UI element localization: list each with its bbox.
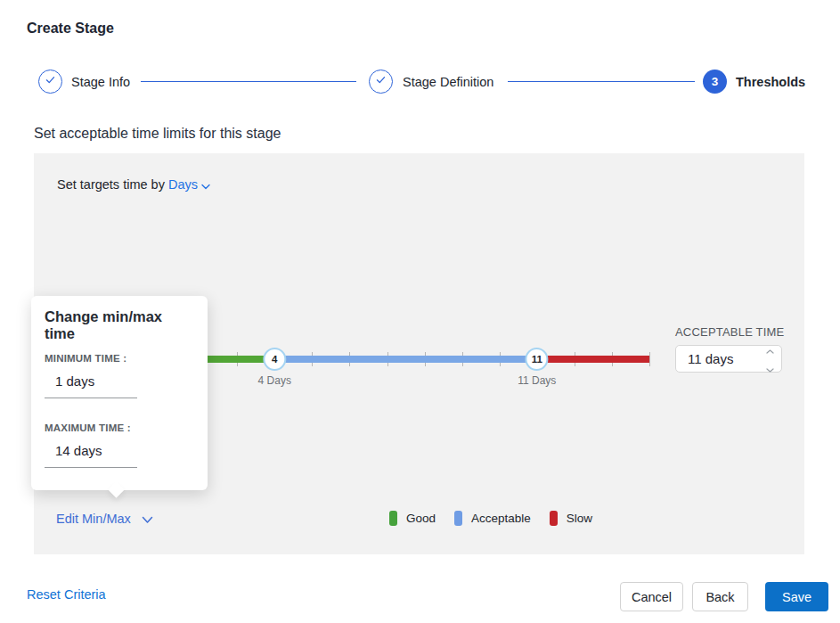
acceptable-time-label: ACCEPTABLE TIME xyxy=(675,325,784,339)
step-connector xyxy=(508,81,695,82)
slider-tick xyxy=(649,352,650,366)
legend-item-acceptable: Acceptable xyxy=(454,511,531,526)
legend-label: Good xyxy=(406,512,436,525)
legend-item-slow: Slow xyxy=(550,511,592,526)
slider-segment-acceptable xyxy=(274,356,537,363)
minimum-time-label: MINIMUM TIME : xyxy=(45,353,194,364)
edit-minmax-toggle[interactable]: Edit Min/Max xyxy=(56,512,153,527)
minimum-time-input[interactable] xyxy=(45,372,137,398)
chevron-down-icon xyxy=(201,178,210,193)
back-button[interactable]: Back xyxy=(692,582,748,611)
handle-label: 4 Days xyxy=(258,374,291,387)
good-swatch xyxy=(389,511,397,526)
chevron-down-icon xyxy=(142,512,153,527)
reset-criteria-link[interactable]: Reset Criteria xyxy=(27,587,106,602)
legend-item-good: Good xyxy=(389,511,436,526)
handle-label: 11 Days xyxy=(518,374,556,387)
step-1-check-circle[interactable] xyxy=(38,70,62,94)
acceptable-time-input[interactable] xyxy=(676,350,764,367)
step-1-label: Stage Info xyxy=(71,75,130,89)
slow-swatch xyxy=(550,511,558,526)
check-icon xyxy=(44,73,57,90)
min-threshold-handle[interactable]: 4 4 Days xyxy=(258,348,291,387)
acceptable-swatch xyxy=(454,511,462,526)
page-title: Create Stage xyxy=(27,20,114,37)
change-minmax-popover: Change min/max time MINIMUM TIME : MAXIM… xyxy=(31,296,208,490)
max-threshold-handle[interactable]: 11 11 Days xyxy=(518,348,556,387)
step-3-label: Thresholds xyxy=(736,75,805,89)
stepper-arrows xyxy=(766,341,774,376)
spinner-up-icon[interactable] xyxy=(766,341,774,357)
step-2-label: Stage Definition xyxy=(403,75,493,89)
acceptable-time-field xyxy=(675,345,782,373)
handle-value[interactable]: 11 xyxy=(526,348,549,371)
set-targets-label: Set targets time by xyxy=(57,177,165,192)
unit-dropdown-value: Days xyxy=(168,177,198,192)
edit-minmax-label: Edit Min/Max xyxy=(56,512,131,526)
section-heading: Set acceptable time limits for this stag… xyxy=(34,126,281,142)
set-targets-row: Set targets time by Days xyxy=(57,177,210,193)
step-connector xyxy=(141,81,356,82)
cancel-button[interactable]: Cancel xyxy=(620,582,683,611)
unit-dropdown[interactable]: Days xyxy=(168,177,210,192)
legend-label: Acceptable xyxy=(471,512,531,525)
check-icon xyxy=(374,73,387,90)
maximum-time-input[interactable] xyxy=(45,441,137,468)
handle-value[interactable]: 4 xyxy=(263,348,286,371)
spinner-down-icon[interactable] xyxy=(766,360,774,376)
maximum-time-label: MAXIMUM TIME : xyxy=(45,422,194,433)
slider-legend: Good Acceptable Slow xyxy=(389,511,592,526)
step-2-check-circle[interactable] xyxy=(369,70,393,94)
save-button[interactable]: Save xyxy=(765,582,828,611)
popover-title: Change min/max time xyxy=(45,308,194,342)
create-stage-wizard: Create Stage Stage Info Stage Definition… xyxy=(0,0,840,623)
legend-label: Slow xyxy=(567,512,592,525)
step-3-number-circle[interactable]: 3 xyxy=(703,70,727,94)
